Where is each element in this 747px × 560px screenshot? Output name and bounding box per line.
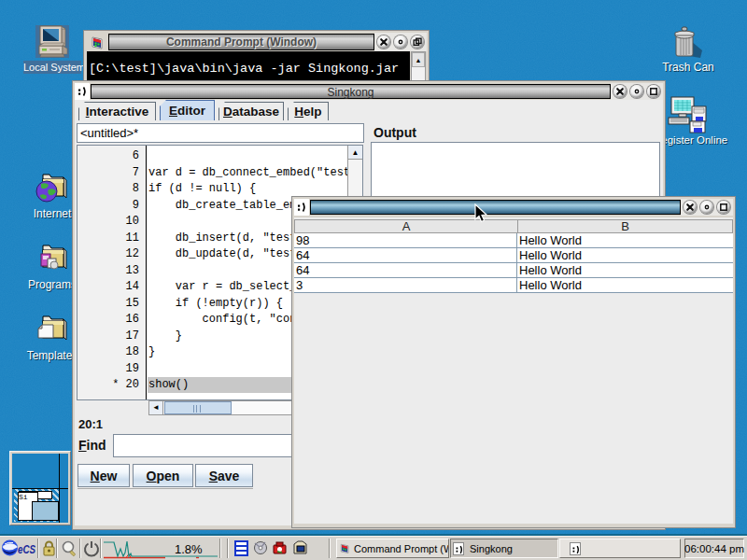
svg-text:1.8%: 1.8%: [175, 542, 203, 556]
svg-text:[C:\test]\java\bin\java -jar S: [C:\test]\java\bin\java -jar Singkong.ja…: [89, 62, 399, 76]
svg-text:eCS: eCS: [18, 542, 35, 556]
